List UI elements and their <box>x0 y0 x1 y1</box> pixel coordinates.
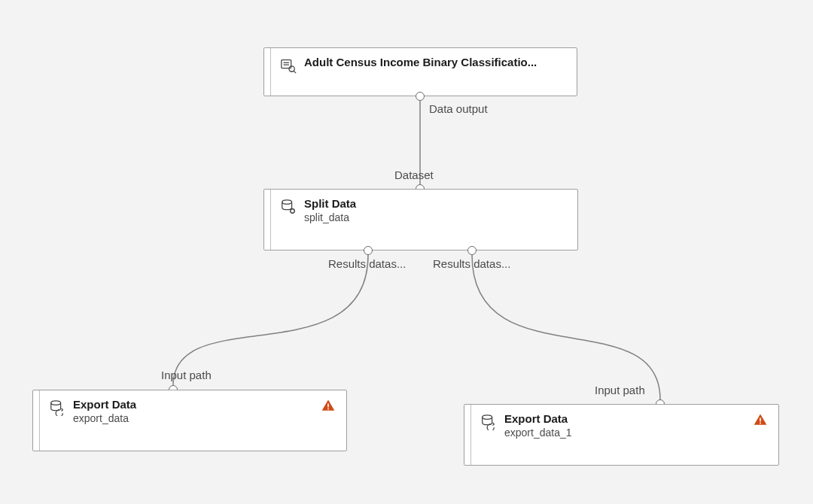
node-title: Export Data <box>504 412 744 425</box>
node-split-data[interactable]: Split Data split_data <box>263 189 578 250</box>
node-export-data-1[interactable]: Export Data export_data <box>32 390 347 451</box>
node-subtitle: split_data <box>304 211 568 223</box>
node-subtitle: export_data <box>73 412 312 424</box>
svg-rect-9 <box>760 423 761 424</box>
port-label-export1-input: Input path <box>161 369 212 381</box>
svg-point-4 <box>51 401 61 405</box>
node-accent <box>264 190 271 250</box>
warning-icon <box>319 398 337 413</box>
export-icon <box>49 399 65 416</box>
svg-point-7 <box>483 415 492 420</box>
port-label-split-output-1: Results datas... <box>328 257 406 270</box>
node-title: Split Data <box>304 197 568 210</box>
node-accent <box>33 390 40 451</box>
port-split-output-1[interactable] <box>364 246 373 255</box>
node-title: Adult Census Income Binary Classificatio… <box>304 56 568 68</box>
export-icon <box>480 414 497 430</box>
warning-icon <box>751 412 769 427</box>
port-label-split-input: Dataset <box>394 169 434 181</box>
node-title: Export Data <box>73 398 312 411</box>
node-accent <box>264 48 271 96</box>
edge-split-to-export1[interactable] <box>173 255 368 385</box>
node-subtitle: export_data_1 <box>504 427 744 439</box>
svg-rect-8 <box>760 418 761 422</box>
database-gear-icon <box>280 199 297 215</box>
dataset-icon <box>280 57 297 74</box>
svg-rect-6 <box>327 408 329 410</box>
svg-point-1 <box>289 66 294 71</box>
edge-split-to-export2[interactable] <box>472 255 660 399</box>
svg-point-2 <box>282 200 292 205</box>
port-dataset-output[interactable] <box>416 92 425 101</box>
port-split-output-2[interactable] <box>467 246 477 255</box>
node-accent <box>464 405 471 465</box>
node-dataset[interactable]: Adult Census Income Binary Classificatio… <box>263 47 577 96</box>
port-label-dataset-output: Data output <box>429 102 488 115</box>
node-export-data-2[interactable]: Export Data export_data_1 <box>464 404 779 466</box>
port-label-split-output-2: Results datas... <box>433 257 510 270</box>
pipeline-canvas[interactable]: Adult Census Income Binary Classificatio… <box>0 0 813 504</box>
svg-rect-5 <box>327 404 329 408</box>
port-label-export2-input: Input path <box>595 384 645 396</box>
